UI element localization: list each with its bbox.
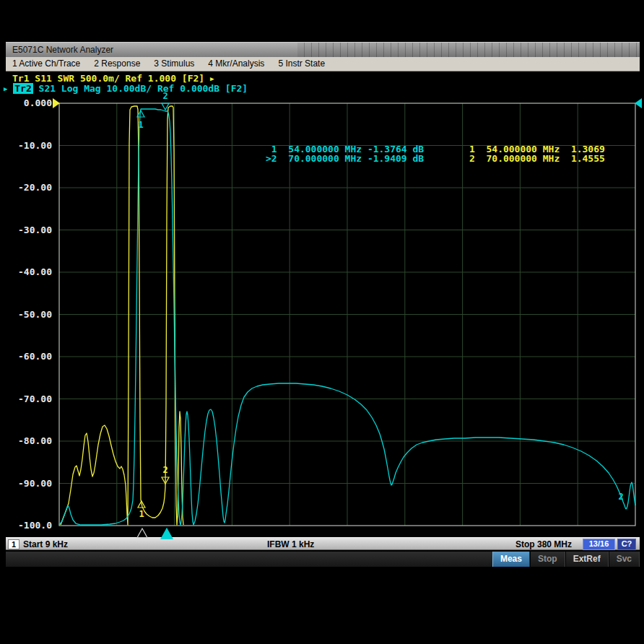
trace2-active-arrow-icon: ▶ [4, 85, 7, 92]
y-axis-label: -10.00 [6, 140, 52, 151]
y-axis-label: -50.00 [6, 309, 52, 320]
menu-bar: 1 Active Ch/Trace2 Response3 Stimulus4 M… [6, 57, 640, 71]
status-bar: 1 Start 9 kHz IFBW 1 kHz Stop 380 MHz 13… [6, 537, 640, 550]
y-axis-label: -40.00 [6, 266, 52, 277]
marker-readout-tr2: 1 54.000000 MHz -1.3764 dB >2 70.000000 … [266, 144, 424, 163]
indicator-extref[interactable]: ExtRef [565, 552, 609, 567]
window-title: E5071C Network Analyzer [12, 45, 113, 55]
start-frequency-label: Start 9 kHz [23, 539, 68, 549]
trace2-legend[interactable]: ▶ Tr2 S21 Log Mag 10.00dB/ Ref 0.000dB [… [4, 84, 248, 94]
stop-frequency-label: Stop 380 MHz [515, 539, 572, 549]
correction-indicator[interactable]: C? [617, 539, 636, 550]
title-bar[interactable]: E5071C Network Analyzer [6, 42, 640, 57]
y-axis-label: -60.00 [6, 351, 52, 362]
y-axis-label: -90.00 [6, 478, 52, 489]
trace1-indicator-icon: ▶ [210, 75, 214, 82]
indicator-svc[interactable]: Svc [609, 552, 640, 567]
trace1-id: Tr1 [12, 73, 29, 84]
y-axis-label: -20.00 [6, 182, 52, 193]
indicator-stop[interactable]: Stop [530, 552, 565, 567]
ifbw-label: IFBW 1 kHz [267, 539, 314, 549]
display-area [6, 71, 640, 537]
y-axis-label: -30.00 [6, 225, 52, 235]
menu-item[interactable]: 1 Active Ch/Trace [6, 57, 87, 71]
indicator-meas[interactable]: Meas [492, 552, 530, 567]
channel-indicator[interactable]: 1 [8, 539, 19, 549]
y-axis-label: -80.00 [6, 435, 52, 446]
menu-item[interactable]: 5 Instr State [271, 57, 332, 71]
y-axis-label: -70.00 [6, 393, 52, 404]
instrument-status-bar: MeasStopExtRefSvc [6, 551, 640, 567]
y-axis-label: 0.000 [6, 97, 52, 108]
titlebar-texture [297, 43, 640, 57]
trace2-id: Tr2 [13, 83, 32, 94]
menu-item[interactable]: 3 Stimulus [147, 57, 201, 71]
menu-item[interactable]: 2 Response [87, 57, 147, 71]
y-axis-label: -100.0 [6, 520, 52, 531]
menu-item[interactable]: 4 Mkr/Analysis [201, 57, 271, 71]
page-indicator[interactable]: 13/16 [583, 539, 615, 550]
trace1-desc: S11 SWR 500.0m/ Ref 1.000 [F2] [35, 73, 204, 84]
trace1-legend[interactable]: Tr1 S11 SWR 500.0m/ Ref 1.000 [F2] ▶ [12, 74, 214, 84]
trace2-desc: S21 Log Mag 10.00dB/ Ref 0.000dB [F2] [39, 83, 248, 94]
marker-readout-tr1: 1 54.000000 MHz 1.3069 2 70.000000 MHz 1… [469, 144, 605, 163]
